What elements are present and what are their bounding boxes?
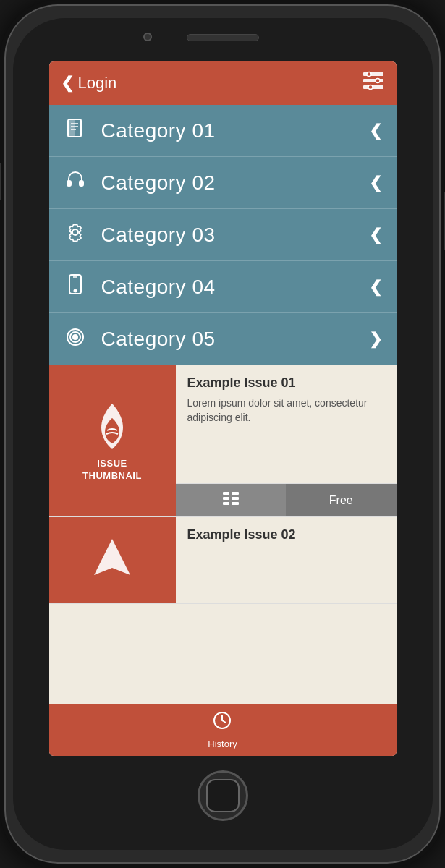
category-label-1: Category 01 (101, 119, 216, 142)
svg-rect-11 (67, 181, 71, 186)
svg-point-14 (74, 290, 76, 292)
issue-free-button[interactable]: Free (286, 484, 397, 516)
volume-button (0, 163, 1, 200)
svg-rect-0 (363, 72, 383, 76)
svg-rect-2 (363, 85, 383, 89)
category-item-5[interactable]: Category 05 ❯ (49, 313, 397, 365)
phone-top-bar (13, 18, 433, 61)
category-item-1[interactable]: Category 01 (49, 105, 397, 157)
issue-thumbnail-1: ISSUE THUMBNAIL (49, 365, 176, 516)
back-button[interactable]: ❮ Login (61, 74, 117, 93)
issue-thumb-2-icon (90, 535, 134, 586)
svg-rect-22 (232, 497, 239, 500)
issue-item-1[interactable]: ISSUE THUMBNAIL Example Issue 01 Lorem i… (49, 365, 397, 517)
issue-thumb-text-1: ISSUE THUMBNAIL (82, 458, 142, 482)
category-left-3: Category 03 (64, 222, 216, 247)
mobile-phone-icon (64, 274, 87, 299)
settings-icon (362, 69, 385, 93)
svg-rect-23 (223, 502, 229, 505)
category-arrow-2 (369, 174, 382, 192)
camera (143, 33, 152, 41)
issue-content-1: Example Issue 01 Lorem ipsum dolor sit a… (176, 365, 397, 516)
clock-icon (212, 710, 232, 736)
category-label-2: Category 02 (101, 171, 216, 195)
svg-rect-7 (68, 119, 75, 137)
issue-title-2: Example Issue 02 (187, 527, 385, 542)
category-label-4: Category 04 (101, 276, 216, 299)
free-label: Free (329, 494, 353, 507)
issue-content-2: Example Issue 02 (176, 517, 397, 603)
issue-item-2[interactable]: Example Issue 02 (49, 517, 397, 604)
category-left-1: Category 01 (64, 118, 216, 143)
svg-rect-12 (80, 181, 83, 186)
history-tab-label: History (208, 739, 237, 749)
tab-bar: History (49, 704, 397, 756)
category-left-5: Category 05 (64, 327, 216, 352)
svg-rect-24 (232, 502, 239, 505)
home-button[interactable] (198, 770, 248, 821)
category-arrow-5: ❯ (369, 330, 382, 349)
issue-title-1: Example Issue 01 (187, 375, 385, 391)
gear-icon (64, 222, 87, 247)
phone-bottom (13, 756, 433, 828)
svg-rect-21 (223, 497, 229, 500)
category-label-3: Category 03 (101, 224, 216, 247)
issue-thumb-flame-icon (87, 400, 137, 458)
phone-frame: ❮ Login (0, 0, 445, 868)
category-arrow-1 (369, 122, 382, 140)
category-item-3[interactable]: Category 03 (49, 209, 397, 261)
svg-point-5 (368, 85, 373, 90)
issue-thumbnail-2 (49, 517, 176, 603)
issue-top-1: Example Issue 01 Lorem ipsum dolor sit a… (176, 365, 397, 483)
back-chevron-icon: ❮ (61, 74, 74, 93)
grid-view-icon (223, 492, 239, 509)
svg-point-18 (73, 335, 77, 339)
svg-rect-1 (363, 79, 383, 82)
category-left-4: Category 04 (64, 274, 216, 299)
phone-inner: ❮ Login (13, 18, 433, 850)
issue-actions-1: Free (176, 483, 397, 516)
svg-point-4 (376, 79, 380, 83)
home-button-inner (206, 779, 240, 812)
issue-top-2: Example Issue 02 (176, 517, 397, 603)
speaker (187, 34, 259, 41)
screen: ❮ Login (49, 61, 397, 756)
category-item-2[interactable]: Category 02 (49, 157, 397, 209)
category-arrow-4 (369, 278, 382, 297)
header-login-label: Login (78, 74, 117, 93)
headphone-icon (64, 170, 87, 195)
book-icon (64, 118, 87, 143)
category-left-2: Category 02 (64, 170, 216, 195)
issue-desc-1: Lorem ipsum dolor sit amet, consectetur … (187, 396, 385, 425)
category-list: Category 01 Category (49, 105, 397, 365)
history-tab[interactable]: History (208, 710, 237, 749)
category-arrow-3 (369, 226, 382, 244)
target-icon (64, 327, 87, 352)
issue-list: ISSUE THUMBNAIL Example Issue 01 Lorem i… (49, 365, 397, 704)
svg-rect-20 (232, 492, 239, 495)
header-settings-button[interactable] (362, 69, 385, 97)
app-header: ❮ Login (49, 61, 397, 105)
svg-point-3 (367, 72, 371, 77)
svg-rect-19 (223, 492, 229, 495)
category-label-5: Category 05 (101, 328, 216, 351)
issue-grid-button[interactable] (176, 484, 287, 516)
category-item-4[interactable]: Category 04 (49, 261, 397, 313)
